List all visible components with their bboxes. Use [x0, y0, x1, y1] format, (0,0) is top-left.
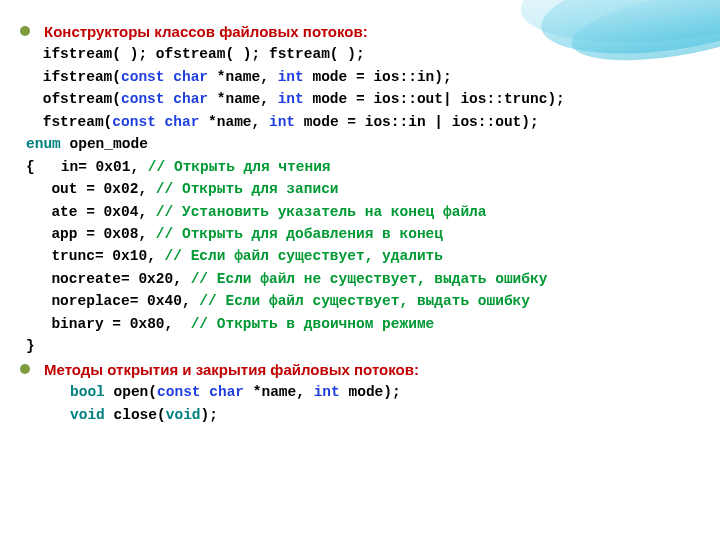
- comment: // Открыть для записи: [156, 181, 339, 197]
- t: ifstream(: [34, 69, 121, 85]
- t: );: [201, 407, 218, 423]
- eq: = 0x04,: [86, 204, 156, 220]
- comment: // Если файл существует, выдать ошибку: [199, 293, 530, 309]
- t: mode = ios::in);: [304, 69, 452, 85]
- comment: // Установить указатель на конец файла: [156, 204, 487, 220]
- heading-methods: Методы открытия и закрытия файловых пото…: [20, 358, 710, 381]
- eq: = 0x20,: [121, 271, 191, 287]
- comment: // Если файл существует, удалить: [165, 248, 443, 264]
- code-mode-nocreate: nocreate= 0x20, // Если файл не существу…: [18, 268, 710, 290]
- arg: void: [166, 407, 201, 423]
- code-mode-trunc: trunc= 0x10, // Если файл существует, уд…: [18, 245, 710, 267]
- t: mode);: [340, 384, 401, 400]
- kw: const char: [121, 91, 208, 107]
- comment: // Открыть для добавления в конец: [156, 226, 443, 242]
- enum-name: open_mode: [61, 136, 148, 152]
- kw: const char: [157, 384, 244, 400]
- kw: int: [278, 91, 304, 107]
- ret: bool: [70, 384, 105, 400]
- code-brace-close: }: [18, 335, 710, 357]
- t: mode = ios::out| ios::trunc);: [304, 91, 565, 107]
- eq: = 0x08,: [86, 226, 156, 242]
- code-ofstream-sig: ofstream(const char *name, int mode = io…: [18, 88, 710, 110]
- t: *name,: [244, 384, 314, 400]
- bullet-icon: [20, 26, 30, 36]
- code-mode-noreplace: noreplace= 0x40, // Если файл существует…: [18, 290, 710, 312]
- heading-text-1: Конструкторы классов файловых потоков:: [44, 20, 368, 43]
- lhs: noreplace: [34, 293, 130, 309]
- eq: = 0x80,: [112, 316, 190, 332]
- lhs: binary: [34, 316, 112, 332]
- comment: // Открыть в двоичном режиме: [191, 316, 435, 332]
- bullet-icon: [20, 364, 30, 374]
- comment: // Если файл не существует, выдать ошибк…: [191, 271, 548, 287]
- lhs: in: [61, 159, 78, 175]
- name: close(: [105, 407, 166, 423]
- ret: void: [70, 407, 105, 423]
- kw: int: [269, 114, 295, 130]
- t: mode = ios::in | ios::out);: [295, 114, 539, 130]
- code-mode-out: out = 0x02, // Открыть для записи: [18, 178, 710, 200]
- slide-content: Конструкторы классов файловых потоков: i…: [0, 0, 720, 436]
- eq: = 0x02,: [86, 181, 156, 197]
- lhs: out: [34, 181, 86, 197]
- code-default-ctors: ifstream( ); ofstream( ); fstream( );: [18, 43, 710, 65]
- eq: = 0x10,: [95, 248, 165, 264]
- code-close-fn: void close(void);: [18, 404, 710, 426]
- code-fstream-sig: fstream(const char *name, int mode = ios…: [18, 111, 710, 133]
- t: *name,: [208, 69, 278, 85]
- name: open(: [105, 384, 157, 400]
- comment: // Открыть для чтения: [148, 159, 331, 175]
- lhs: nocreate: [34, 271, 121, 287]
- t: fstream(: [34, 114, 112, 130]
- kw: int: [278, 69, 304, 85]
- code-mode-ate: ate = 0x04, // Установить указатель на к…: [18, 201, 710, 223]
- eq: = 0x40,: [130, 293, 200, 309]
- lhs: trunc: [34, 248, 95, 264]
- code-mode-in: { in= 0x01, // Открыть для чтения: [18, 156, 710, 178]
- code-ifstream-sig: ifstream(const char *name, int mode = io…: [18, 66, 710, 88]
- lhs: ate: [34, 204, 86, 220]
- kw: int: [314, 384, 340, 400]
- eq: = 0x01,: [78, 159, 148, 175]
- code-mode-app: app = 0x08, // Открыть для добавления в …: [18, 223, 710, 245]
- kw: const char: [121, 69, 208, 85]
- t: *name,: [208, 91, 278, 107]
- code-enum-decl: enum open_mode: [18, 133, 710, 155]
- code-open-fn: bool open(const char *name, int mode);: [18, 381, 710, 403]
- t: *name,: [199, 114, 269, 130]
- heading-constructors: Конструкторы классов файловых потоков:: [20, 20, 710, 43]
- lhs: app: [34, 226, 86, 242]
- kw-enum: enum: [26, 136, 61, 152]
- t: ofstream(: [34, 91, 121, 107]
- code-mode-binary: binary = 0x80, // Открыть в двоичном реж…: [18, 313, 710, 335]
- brace: {: [26, 159, 61, 175]
- kw: const char: [112, 114, 199, 130]
- heading-text-2: Методы открытия и закрытия файловых пото…: [44, 358, 419, 381]
